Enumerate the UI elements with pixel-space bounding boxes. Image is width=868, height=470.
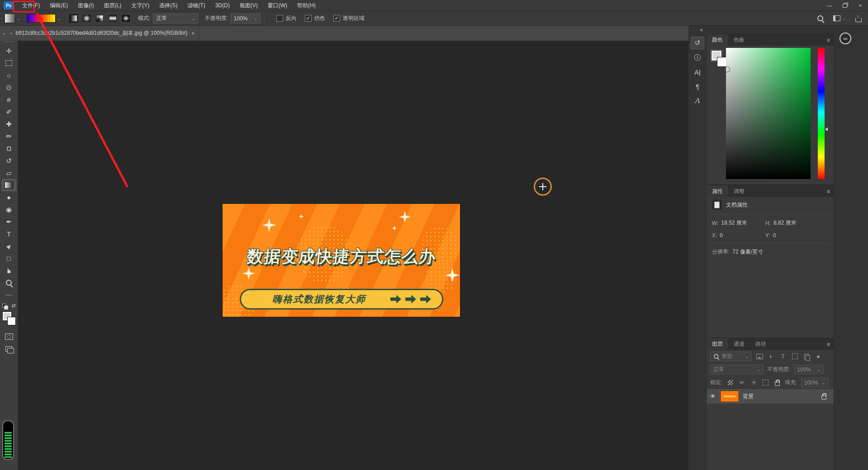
hand-tool[interactable]: ☛ — [2, 264, 16, 277]
angle-gradient-type[interactable] — [94, 13, 105, 24]
option-checkbox-row[interactable]: 透明区域 — [333, 14, 365, 22]
hue-slider-marker[interactable] — [825, 127, 828, 131]
workspace-switcher[interactable]: ⌄ — [833, 15, 845, 21]
screen-mode-button[interactable] — [2, 343, 16, 355]
menu-item[interactable]: 3D(D) — [210, 0, 235, 11]
lock-all-icon[interactable] — [773, 380, 781, 386]
menu-item[interactable]: 图像(I) — [73, 0, 99, 11]
checkbox[interactable] — [333, 15, 340, 22]
share-button[interactable] — [855, 14, 862, 22]
tab-swatches[interactable]: 色板 — [728, 34, 750, 46]
edit-toolbar[interactable]: ⋯ — [2, 289, 16, 301]
diamond-gradient-type[interactable] — [120, 13, 132, 24]
crop-tool[interactable]: # — [2, 94, 16, 106]
tab-adjustments[interactable]: 调整 — [728, 185, 750, 197]
move-tool[interactable]: ✛ — [2, 45, 16, 57]
filter-type-layers-icon[interactable]: T — [779, 353, 787, 360]
quick-selection-tool[interactable]: ⊙ — [2, 81, 16, 94]
marquee-tool[interactable] — [2, 57, 16, 69]
info-panel-icon[interactable]: ⓘ — [691, 51, 704, 64]
tab-properties[interactable]: 属性 — [707, 185, 728, 197]
menu-item[interactable]: 视图(V) — [235, 0, 263, 11]
tab-color[interactable]: 颜色 — [707, 34, 728, 46]
option-checkbox-row[interactable]: 仿色 — [305, 14, 325, 22]
tab-channels[interactable]: 通道 — [728, 338, 750, 350]
layer-filter-select[interactable]: 类型 ⌄ — [710, 352, 752, 361]
reflected-gradient-type[interactable] — [107, 13, 119, 24]
zoom-tool[interactable] — [2, 277, 16, 289]
brush-tool[interactable]: ✏ — [2, 130, 16, 142]
healing-brush-tool[interactable]: ✚ — [2, 118, 16, 130]
blend-mode-select[interactable]: 正常⌄ — [153, 14, 198, 24]
lock-image-pixels-icon[interactable]: ✏ — [738, 379, 746, 386]
menu-item[interactable]: 文字(Y) — [126, 0, 154, 11]
default-swap-colors[interactable]: ⇄ — [2, 303, 16, 309]
type-tool[interactable]: T — [2, 228, 16, 240]
panel-menu-icon[interactable]: ≡ — [827, 341, 830, 348]
filter-adjustment-layers-icon[interactable]: ◐ — [767, 353, 775, 360]
tab-overflow-icon[interactable]: » — [3, 31, 5, 36]
lock-position-icon[interactable]: ✛ — [749, 379, 758, 386]
layer-visibility-icon[interactable]: 👁 — [709, 393, 716, 400]
tool-preset-picker[interactable]: ⌄ — [5, 14, 20, 23]
layer-thumbnail[interactable] — [720, 390, 739, 402]
clone-stamp-tool[interactable]: Ω — [2, 142, 16, 155]
character-panel-icon[interactable]: A| — [691, 66, 704, 78]
document-close-icon[interactable]: × — [191, 30, 194, 37]
radial-gradient-type[interactable] — [81, 13, 92, 24]
background-color-swatch[interactable] — [717, 57, 727, 67]
quick-mask-button[interactable] — [2, 330, 16, 343]
hue-slider[interactable] — [818, 48, 825, 179]
path-selection-tool[interactable]: ► — [2, 240, 16, 252]
panel-menu-icon[interactable]: ≡ — [827, 37, 830, 43]
layer-opacity-select[interactable]: 100%⌄ — [794, 365, 824, 374]
close-button[interactable]: × — [853, 0, 868, 11]
layer-row[interactable]: 👁 背景 — [707, 389, 834, 404]
tab-layers[interactable]: 图层 — [707, 338, 728, 350]
opacity-select[interactable]: 100%⌄ — [231, 14, 261, 24]
eraser-tool[interactable]: ▱ — [2, 167, 16, 179]
history-panel-icon[interactable]: ↺ — [691, 37, 704, 49]
blur-tool[interactable]: ● — [2, 191, 16, 203]
panel-grip[interactable] — [4, 42, 14, 43]
layer-blend-mode-select[interactable]: 正常⌄ — [710, 365, 764, 374]
filter-pixel-layers-icon[interactable] — [755, 354, 764, 359]
saturation-brightness-field[interactable] — [726, 48, 811, 179]
panel-menu-icon[interactable]: ≡ — [827, 188, 830, 195]
paragraph-panel-icon[interactable]: ¶ — [691, 80, 704, 93]
tab-overflow-close-icon[interactable]: × — [9, 31, 12, 36]
pen-tool[interactable]: ✒ — [2, 216, 16, 228]
option-checkbox-row[interactable]: 反向 — [276, 14, 297, 22]
gradient-tool[interactable] — [2, 179, 16, 191]
chevron-down-icon[interactable]: ⌄ — [57, 16, 61, 21]
lock-transparent-pixels-icon[interactable] — [726, 380, 734, 385]
menu-item[interactable]: 文件(F) — [17, 0, 45, 11]
menu-item[interactable]: 选择(S) — [154, 0, 182, 11]
menu-item[interactable]: 编辑(E) — [45, 0, 73, 11]
checkbox[interactable] — [305, 15, 312, 22]
color-swatches[interactable] — [2, 311, 16, 327]
minimize-button[interactable]: — — [822, 0, 837, 11]
background-color-swatch[interactable] — [7, 317, 16, 325]
glyphs-panel-icon[interactable]: A — [691, 94, 704, 107]
filter-shape-layers-icon[interactable] — [791, 353, 799, 359]
checkbox[interactable] — [276, 15, 283, 22]
linear-gradient-type[interactable] — [68, 13, 79, 24]
gradient-editor-bar[interactable] — [27, 14, 56, 23]
document-tab[interactable]: b912c8fcc3ce2b1c52870bed4d81d63f20dc_副本.… — [14, 26, 200, 41]
eyedropper-tool[interactable]: ✐ — [2, 106, 16, 118]
dodge-tool[interactable]: ◉ — [2, 203, 16, 216]
menu-item[interactable]: 窗口(W) — [263, 0, 292, 11]
search-button[interactable] — [817, 15, 823, 21]
filter-toggle-icon[interactable]: ● — [814, 353, 822, 360]
collapse-dock-icon[interactable]: « — [688, 26, 707, 35]
menu-item[interactable]: 图层(L) — [99, 0, 127, 11]
creative-cloud-icon[interactable]: cc — [840, 33, 851, 44]
menu-item[interactable]: 帮助(H) — [292, 0, 321, 11]
restore-button[interactable] — [837, 0, 853, 11]
lasso-tool[interactable]: ○ — [2, 69, 16, 81]
filter-smart-objects-icon[interactable] — [802, 354, 811, 359]
shape-tool[interactable]: □ — [2, 252, 16, 264]
tab-paths[interactable]: 路径 — [750, 338, 772, 350]
layer-fill-select[interactable]: 100%⌄ — [801, 378, 828, 387]
